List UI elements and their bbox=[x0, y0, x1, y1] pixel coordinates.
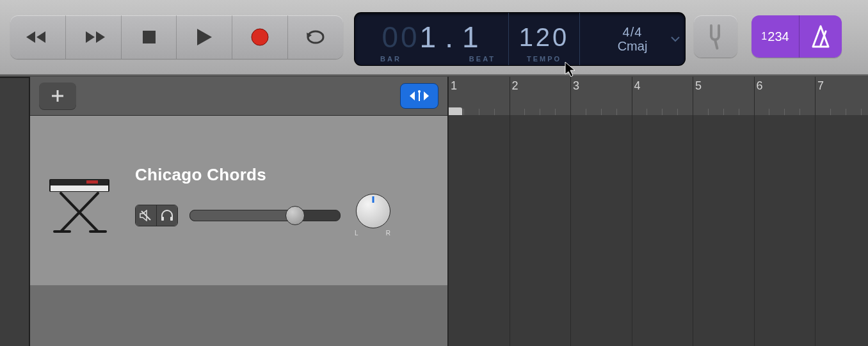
volume-slider[interactable] bbox=[189, 210, 341, 221]
beat-tick bbox=[616, 109, 617, 115]
tempo-value: 120 bbox=[519, 23, 570, 52]
beat-tick bbox=[861, 109, 862, 115]
bar-number: 2 bbox=[512, 79, 518, 93]
volume-thumb[interactable] bbox=[285, 206, 305, 225]
transport-controls bbox=[10, 15, 343, 59]
beat-tick bbox=[555, 109, 556, 115]
bar-gridline bbox=[570, 77, 571, 346]
beat-tick bbox=[540, 109, 540, 115]
bar-gridline bbox=[815, 77, 816, 346]
arrange-area[interactable] bbox=[448, 115, 868, 346]
cycle-icon bbox=[304, 28, 327, 47]
beat-tick bbox=[846, 109, 846, 115]
timeline[interactable]: 1234567 bbox=[448, 77, 868, 346]
position-display[interactable]: 001.1 BAR BEAT bbox=[355, 13, 509, 65]
beat-tick bbox=[494, 109, 495, 115]
svg-rect-22 bbox=[86, 180, 98, 184]
beat-tick bbox=[479, 109, 479, 115]
beat-tick bbox=[800, 109, 800, 115]
tuning-fork-icon bbox=[705, 23, 727, 50]
count-in-one: 1 bbox=[761, 31, 767, 42]
svg-line-9 bbox=[715, 40, 717, 49]
svg-marker-17 bbox=[424, 91, 429, 100]
svg-point-18 bbox=[418, 90, 421, 93]
beat-tick bbox=[830, 109, 831, 115]
tuner-button[interactable] bbox=[694, 15, 737, 58]
svg-rect-4 bbox=[143, 31, 156, 43]
svg-rect-21 bbox=[51, 180, 108, 185]
chevron-down-icon[interactable] bbox=[671, 33, 680, 45]
bar-number: 3 bbox=[573, 79, 579, 93]
metronome-group: 1234 bbox=[751, 15, 842, 58]
beat-tick bbox=[769, 109, 769, 115]
pan-knob[interactable] bbox=[356, 194, 390, 228]
beat-tick bbox=[524, 109, 525, 115]
play-button[interactable] bbox=[177, 15, 232, 59]
forward-button[interactable] bbox=[66, 15, 122, 59]
tempo-display[interactable]: 120 TEMPO bbox=[509, 13, 580, 65]
beat-tick bbox=[723, 109, 724, 115]
beat-value: 1 bbox=[462, 20, 481, 54]
track-controls: L R bbox=[135, 194, 436, 237]
volume-fill bbox=[190, 210, 295, 221]
instrument-icon bbox=[42, 160, 124, 242]
left-gutter bbox=[0, 77, 30, 346]
beat-tick bbox=[708, 109, 709, 115]
catch-playhead-icon bbox=[408, 90, 430, 102]
beat-tick bbox=[647, 109, 647, 115]
record-button[interactable] bbox=[232, 15, 288, 59]
solo-headphones-button[interactable] bbox=[157, 205, 177, 226]
count-in-button[interactable]: 1234 bbox=[751, 15, 800, 58]
forward-icon bbox=[81, 29, 106, 45]
svg-marker-15 bbox=[410, 91, 415, 100]
top-toolbar: 001.1 BAR BEAT 120 TEMPO 4/4 Cmaj 12 bbox=[0, 0, 868, 75]
svg-marker-1 bbox=[26, 31, 35, 43]
beat-tick bbox=[586, 109, 586, 115]
svg-rect-30 bbox=[170, 217, 173, 221]
rewind-button[interactable] bbox=[10, 15, 66, 59]
svg-line-28 bbox=[141, 211, 150, 220]
bar-number: 6 bbox=[757, 79, 763, 93]
beat-tick bbox=[463, 109, 464, 115]
beat-tick bbox=[662, 109, 663, 115]
rewind-icon bbox=[25, 29, 51, 45]
metronome-icon bbox=[810, 24, 832, 49]
bar-number: 7 bbox=[817, 79, 824, 93]
beat-tick bbox=[739, 109, 739, 115]
bar-gridline bbox=[510, 77, 510, 346]
beat-tick bbox=[601, 109, 602, 115]
bar-gridline bbox=[754, 77, 755, 346]
svg-marker-5 bbox=[197, 29, 212, 45]
catch-playhead-button[interactable] bbox=[400, 83, 438, 109]
track-row[interactable]: Chicago Chords bbox=[30, 116, 447, 287]
pan-l-label: L bbox=[355, 230, 360, 237]
svg-rect-29 bbox=[161, 217, 164, 221]
track-pane-filler bbox=[30, 285, 447, 346]
track-name[interactable]: Chicago Chords bbox=[135, 165, 436, 185]
pan-r-label: R bbox=[386, 230, 392, 237]
track-header-pane: Chicago Chords bbox=[30, 77, 448, 346]
bar-number: 1 bbox=[451, 79, 457, 93]
stop-icon bbox=[141, 29, 157, 45]
headphones-icon bbox=[160, 210, 174, 221]
metronome-button[interactable] bbox=[800, 15, 842, 58]
bar-gridline bbox=[693, 77, 693, 346]
timesig-value: 4/4 bbox=[618, 25, 648, 39]
beat-tick bbox=[677, 109, 678, 115]
pan-control[interactable]: L R bbox=[352, 194, 394, 237]
stop-button[interactable] bbox=[122, 15, 177, 59]
key-timesig-display[interactable]: 4/4 Cmaj bbox=[580, 13, 685, 65]
bar-leading-zeros: 00 bbox=[382, 20, 419, 54]
beat-label: BEAT bbox=[469, 55, 495, 63]
workspace: Chicago Chords bbox=[0, 77, 868, 346]
svg-rect-20 bbox=[51, 185, 108, 191]
ruler[interactable]: 1234567 bbox=[448, 77, 868, 116]
mute-button[interactable] bbox=[136, 205, 157, 226]
plus-icon bbox=[51, 89, 65, 103]
lcd-display: 001.1 BAR BEAT 120 TEMPO 4/4 Cmaj bbox=[355, 13, 685, 65]
add-track-button[interactable] bbox=[39, 83, 76, 109]
beat-tick bbox=[784, 109, 785, 115]
cycle-button[interactable] bbox=[288, 15, 343, 59]
track-head-bar bbox=[30, 77, 447, 116]
bar-number: 4 bbox=[634, 79, 641, 93]
